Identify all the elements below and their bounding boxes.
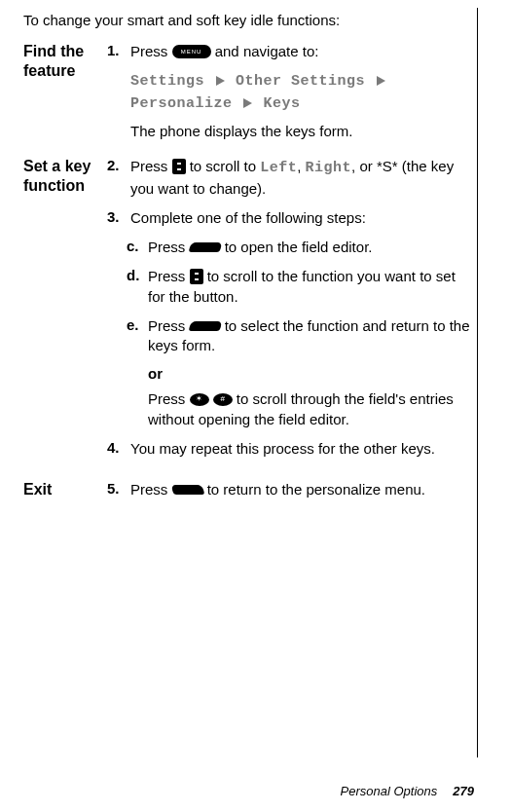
label-exit: Exit [23,480,107,509]
select-key-icon [188,242,222,252]
path-keys: Keys [254,95,301,112]
step-2-text-a: Press [130,158,172,174]
select-key-icon [188,321,222,331]
or-text-a: Press [148,390,190,407]
content-set-key-function: 2. Press to scroll to Left, Right, or *S… [107,157,474,468]
step-1: 1. Press MENU and navigate to: [107,42,474,61]
step-4: 4. You may repeat this process for the o… [107,439,474,459]
right-option: Right [306,160,352,176]
step-2-number: 2. [107,157,130,199]
step-3d-text: Press to scroll to the function you want… [148,267,474,307]
step-5-text: Press to return to the personalize menu. [130,480,474,499]
step-3d-text-a: Press [148,268,190,284]
intro-text: To change your smart and soft key idle f… [23,12,474,28]
label-find-feature: Find the feature [23,42,107,145]
step-3e-number: e. [127,316,148,356]
arrow-icon [377,76,385,86]
step-3: 3. Complete one of the following steps: [107,208,474,228]
step-2-comma: , [297,158,305,174]
step-3c-text: Press to open the field editor. [148,238,474,257]
block-exit: Exit 5. Press to return to the personali… [23,480,474,509]
step-3c-text-a: Press [148,239,190,255]
star-key-icon: ✶ [190,393,209,406]
step-2-text-b: to scroll to [186,158,261,174]
step-3d-number: d. [127,267,148,307]
menu-key-icon: MENU [172,45,211,58]
scroll-key-icon [190,269,203,284]
step-3-number: 3. [107,208,130,228]
arrow-icon [216,76,225,86]
step-3c-text-b: to open the field editor. [221,239,373,255]
step-5-text-a: Press [130,481,172,498]
step-4-text: You may repeat this process for the othe… [130,439,474,459]
step-3e: e. Press to select the function and retu… [107,316,474,356]
back-key-icon [170,485,204,495]
scroll-key-icon [172,159,186,174]
footer-section: Personal Options [341,784,438,798]
path-settings: Settings [130,73,214,90]
or-separator: or [148,365,474,382]
footer-page-number: 279 [453,784,474,798]
arrow-icon [243,98,252,108]
vertical-divider [477,8,478,757]
step-3-or-text: Press ✶ # to scroll through the field's … [148,389,474,429]
page-footer: Personal Options279 [341,784,474,798]
step-3e-text-a: Press [148,317,190,334]
hash-key-icon: # [213,393,233,406]
step-1-result: The phone displays the keys form. [130,123,474,139]
left-option: Left [260,160,297,176]
step-2-text: Press to scroll to Left, Right, or *S* (… [130,157,474,199]
step-5-number: 5. [107,480,130,499]
step-1-number: 1. [107,42,130,61]
step-2: 2. Press to scroll to Left, Right, or *S… [107,157,474,199]
step-3e-text: Press to select the function and return … [148,316,474,356]
label-set-key-function: Set a key function [23,157,107,468]
step-3d: d. Press to scroll to the function you w… [107,267,474,307]
path-other-settings: Other Settings [227,73,375,90]
block-find-feature: Find the feature 1. Press MENU and navig… [23,42,474,145]
path-personalize: Personalize [130,95,241,112]
menu-path: Settings Other Settings Personalize Keys [130,71,474,115]
step-3c: c. Press to open the field editor. [107,238,474,257]
step-3c-number: c. [127,238,148,257]
step-1-text-b: and navigate to: [211,43,319,59]
step-1-text: Press MENU and navigate to: [130,42,474,61]
step-1-text-a: Press [130,43,172,59]
step-3-text: Complete one of the following steps: [130,208,474,228]
step-4-number: 4. [107,439,130,459]
step-5: 5. Press to return to the personalize me… [107,480,474,499]
content-exit: 5. Press to return to the personalize me… [107,480,474,509]
content-find-feature: 1. Press MENU and navigate to: Settings … [107,42,474,145]
step-5-text-b: to return to the personalize menu. [203,481,425,498]
block-set-key-function: Set a key function 2. Press to scroll to… [23,157,474,468]
